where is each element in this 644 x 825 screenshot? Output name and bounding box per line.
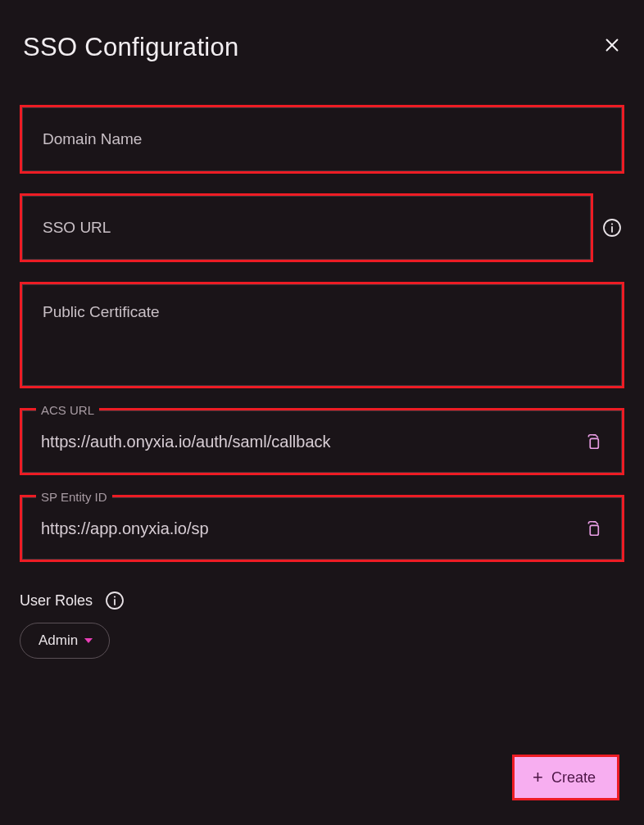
fields-container: ACS URL https://auth.onyxia.io/auth/saml… <box>20 105 624 562</box>
highlight-box <box>20 282 624 388</box>
sso-url-input[interactable] <box>22 196 591 260</box>
user-roles-section: User Roles Admin <box>20 590 624 659</box>
public-certificate-input[interactable] <box>22 284 622 386</box>
svg-point-9 <box>114 596 116 597</box>
user-roles-label: User Roles <box>20 592 93 610</box>
close-icon <box>603 36 621 54</box>
sp-entity-value: https://app.onyxia.io/sp <box>41 519 209 538</box>
svg-rect-6 <box>590 525 598 535</box>
domain-name-row <box>20 105 624 174</box>
role-selected-label: Admin <box>39 632 78 649</box>
public-cert-row <box>20 282 624 388</box>
plus-icon: + <box>533 768 543 786</box>
dialog-title: SSO Configuration <box>23 33 239 62</box>
copy-acs-url-button[interactable] <box>582 431 603 452</box>
chevron-down-icon <box>84 638 93 643</box>
sso-url-row <box>20 193 624 262</box>
acs-url-label: ACS URL <box>36 403 99 417</box>
close-button[interactable] <box>600 33 624 57</box>
highlight-box <box>20 193 593 262</box>
info-icon[interactable] <box>104 590 125 611</box>
role-dropdown[interactable]: Admin <box>20 623 110 659</box>
copy-icon <box>583 433 601 451</box>
highlight-box: ACS URL https://auth.onyxia.io/auth/saml… <box>20 408 624 475</box>
svg-point-4 <box>611 223 613 224</box>
sp-entity-field: SP Entity ID https://app.onyxia.io/sp <box>22 497 622 560</box>
copy-sp-entity-button[interactable] <box>582 518 603 539</box>
highlight-box: + Create <box>512 755 619 800</box>
svg-rect-5 <box>590 438 598 448</box>
highlight-box <box>20 105 624 174</box>
acs-url-value: https://auth.onyxia.io/auth/saml/callbac… <box>41 433 331 451</box>
create-button-label: Create <box>551 769 596 786</box>
sso-config-dialog: SSO Configuration <box>0 0 644 825</box>
info-icon[interactable] <box>601 217 623 238</box>
copy-icon <box>583 519 601 537</box>
highlight-box: SP Entity ID https://app.onyxia.io/sp <box>20 495 624 562</box>
acs-url-field: ACS URL https://auth.onyxia.io/auth/saml… <box>22 410 622 473</box>
dialog-header: SSO Configuration <box>20 33 624 62</box>
domain-name-input[interactable] <box>22 107 622 171</box>
dialog-footer: + Create <box>512 755 619 800</box>
create-button[interactable]: + Create <box>515 757 617 798</box>
sp-entity-label: SP Entity ID <box>36 490 112 504</box>
